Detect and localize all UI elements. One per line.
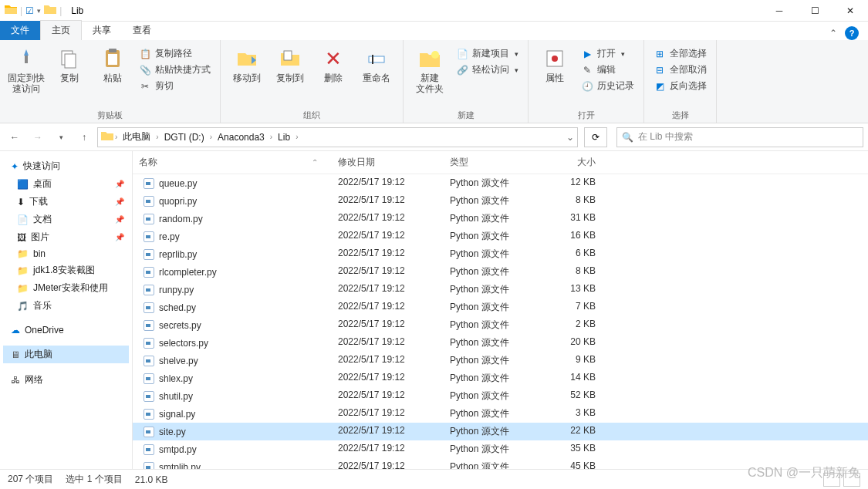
back-button[interactable]: ← xyxy=(5,127,25,147)
chevron-right-icon[interactable]: › xyxy=(156,133,158,141)
file-row[interactable]: random.py2022/5/17 19:12Python 源文件31 KB xyxy=(133,210,868,228)
file-row[interactable]: site.py2022/5/17 19:12Python 源文件22 KB xyxy=(133,423,868,440)
cut-button[interactable]: ✂剪切 xyxy=(137,79,212,93)
tab-view[interactable]: 查看 xyxy=(122,21,162,40)
sidebar-network[interactable]: 🖧网络 xyxy=(3,371,129,389)
sidebar-item[interactable]: 📁JMeter安装和使用 xyxy=(3,279,129,297)
file-row[interactable]: reprlib.py2022/5/17 19:12Python 源文件6 KB xyxy=(133,245,868,263)
select-none-button[interactable]: ⊟全部取消 xyxy=(652,62,708,77)
svg-rect-4 xyxy=(109,49,117,52)
file-date: 2022/5/17 19:12 xyxy=(332,317,444,333)
file-row[interactable]: shlex.py2022/5/17 19:12Python 源文件14 KB xyxy=(133,369,868,387)
file-row[interactable]: queue.py2022/5/17 19:12Python 源文件12 KB xyxy=(133,174,868,192)
move-to-button[interactable]: 移动到 xyxy=(228,43,265,83)
breadcrumb[interactable]: Lib xyxy=(274,132,294,143)
column-type[interactable]: 类型 xyxy=(444,154,540,170)
help-icon[interactable]: ? xyxy=(845,26,859,40)
sidebar-quickaccess[interactable]: ✦快速访问 xyxy=(3,157,129,175)
file-row[interactable]: shelve.py2022/5/17 19:12Python 源文件9 KB xyxy=(133,352,868,369)
file-row[interactable]: signal.py2022/5/17 19:12Python 源文件3 KB xyxy=(133,405,868,423)
sidebar-item[interactable]: ⬇下载📌 xyxy=(3,193,129,211)
ribbon-collapse-icon[interactable]: ⌃ xyxy=(829,28,837,39)
easy-access-button[interactable]: 🔗轻松访问▾ xyxy=(454,62,520,77)
breadcrumb[interactable]: 此电脑 xyxy=(119,130,154,143)
chevron-right-icon[interactable]: › xyxy=(210,133,212,141)
file-row[interactable]: quopri.py2022/5/17 19:12Python 源文件8 KB xyxy=(133,192,868,210)
sidebar-item[interactable]: 🎵音乐 xyxy=(3,297,129,315)
file-size: 2 KB xyxy=(540,317,611,333)
qat-dropdown-icon[interactable]: ▾ xyxy=(37,7,41,15)
folder-icon xyxy=(44,4,56,17)
tab-home[interactable]: 主页 xyxy=(40,20,82,40)
search-input[interactable]: 🔍 在 Lib 中搜索 xyxy=(616,127,863,147)
python-file-icon xyxy=(144,285,154,295)
file-row[interactable]: rlcompleter.py2022/5/17 19:12Python 源文件8… xyxy=(133,263,868,281)
column-date[interactable]: 修改日期 xyxy=(332,154,444,170)
column-name[interactable]: 名称⌃ xyxy=(133,154,332,170)
sidebar-onedrive[interactable]: ☁OneDrive xyxy=(3,322,129,338)
new-item-button[interactable]: 📄新建项目▾ xyxy=(454,46,520,61)
rename-button[interactable]: 重命名 xyxy=(358,43,395,83)
recent-dropdown[interactable]: ▾ xyxy=(51,127,71,147)
file-row[interactable]: secrets.py2022/5/17 19:12Python 源文件2 KB xyxy=(133,316,868,334)
sidebar-thispc[interactable]: 🖥此电脑 xyxy=(3,346,129,363)
file-type: Python 源文件 xyxy=(444,335,540,351)
tab-share[interactable]: 共享 xyxy=(82,21,122,40)
chevron-right-icon[interactable]: › xyxy=(115,133,117,141)
copy-button[interactable]: 复制 xyxy=(51,43,88,83)
properties-button[interactable]: 属性 xyxy=(536,43,573,83)
edit-button[interactable]: ✎编辑 xyxy=(579,62,636,77)
file-row[interactable]: shutil.py2022/5/17 19:12Python 源文件52 KB xyxy=(133,387,868,405)
close-button[interactable]: ✕ xyxy=(833,0,868,22)
python-file-icon xyxy=(144,462,154,470)
search-icon: 🔍 xyxy=(622,132,633,143)
maximize-button[interactable]: ☐ xyxy=(797,0,833,22)
chevron-right-icon[interactable]: › xyxy=(270,133,272,141)
file-row[interactable]: selectors.py2022/5/17 19:12Python 源文件20 … xyxy=(133,334,868,352)
up-button[interactable]: ↑ xyxy=(74,127,94,147)
qat-check-icon[interactable]: ☑ xyxy=(25,5,34,16)
forward-button[interactable]: → xyxy=(28,127,48,147)
refresh-button[interactable]: ⟳ xyxy=(584,127,607,147)
file-row[interactable]: re.py2022/5/17 19:12Python 源文件16 KB xyxy=(133,228,868,245)
pin-icon: 📌 xyxy=(115,233,124,241)
chevron-right-icon[interactable]: › xyxy=(296,133,298,141)
select-all-button[interactable]: ⊞全部选择 xyxy=(652,46,708,61)
paste-button[interactable]: 粘贴 xyxy=(94,43,131,83)
new-folder-button[interactable]: 新建 文件夹 xyxy=(411,43,448,94)
file-name: rlcompleter.py xyxy=(159,267,217,278)
sidebar-item[interactable]: 🖼图片📌 xyxy=(3,228,129,246)
delete-button[interactable]: ✕删除 xyxy=(315,43,352,83)
file-row[interactable]: runpy.py2022/5/17 19:12Python 源文件13 KB xyxy=(133,281,868,298)
file-size: 31 KB xyxy=(540,211,611,227)
file-row[interactable]: smtpd.py2022/5/17 19:12Python 源文件35 KB xyxy=(133,440,868,458)
file-date: 2022/5/17 19:12 xyxy=(332,335,444,351)
copy-to-button[interactable]: 复制到 xyxy=(272,43,309,83)
paste-shortcut-button[interactable]: 📎粘贴快捷方式 xyxy=(137,62,212,77)
sidebar-item[interactable]: 📁bin xyxy=(3,246,129,261)
breadcrumb[interactable]: Anaconda3 xyxy=(214,132,269,143)
address-dropdown-icon[interactable]: ⌄ xyxy=(566,132,574,143)
pin-to-quickaccess-button[interactable]: 固定到快速访问 xyxy=(8,43,45,94)
sidebar-item[interactable]: 📄文档📌 xyxy=(3,211,129,228)
sidebar-item-label: 文档 xyxy=(33,213,52,226)
qat-sep2: | xyxy=(59,5,62,16)
history-button[interactable]: 🕘历史记录 xyxy=(579,79,636,93)
sidebar-item[interactable]: 📁jdk1.8安装截图 xyxy=(3,261,129,279)
copy-path-button[interactable]: 📋复制路径 xyxy=(137,46,212,61)
view-large-button[interactable] xyxy=(843,473,860,487)
tab-file[interactable]: 文件 xyxy=(0,21,40,40)
open-button[interactable]: ▶打开▾ xyxy=(579,46,636,61)
view-details-button[interactable] xyxy=(823,473,840,487)
column-size[interactable]: 大小 xyxy=(540,154,611,170)
computer-icon: 🖥 xyxy=(11,349,20,360)
invert-selection-button[interactable]: ◩反向选择 xyxy=(652,79,708,93)
minimize-button[interactable]: ─ xyxy=(762,0,797,22)
window-title: Lib xyxy=(66,5,83,16)
address-bar[interactable]: › 此电脑› DGTI (D:)› Anaconda3› Lib› ⌄ xyxy=(97,127,578,147)
file-row[interactable]: sched.py2022/5/17 19:12Python 源文件7 KB xyxy=(133,298,868,316)
sidebar-item[interactable]: 🟦桌面📌 xyxy=(3,175,129,193)
breadcrumb[interactable]: DGTI (D:) xyxy=(160,132,208,143)
file-row[interactable]: smtplib.py2022/5/17 19:12Python 源文件45 KB xyxy=(133,458,868,469)
svg-rect-5 xyxy=(108,54,117,65)
